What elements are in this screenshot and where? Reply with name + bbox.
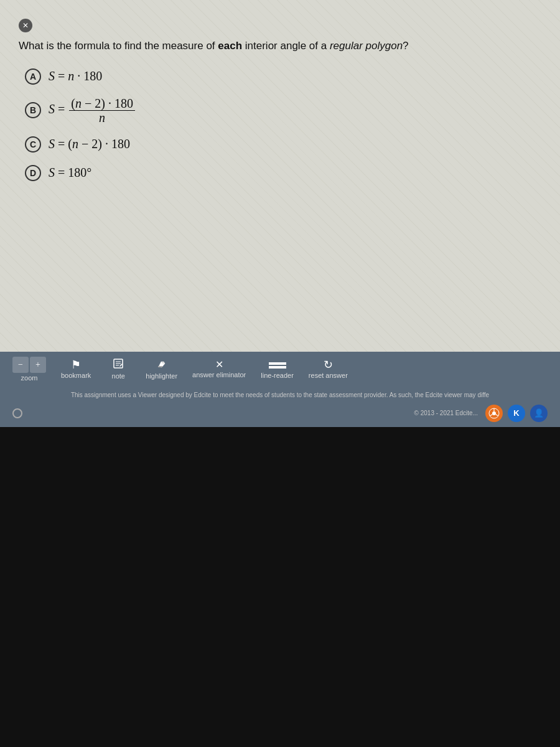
bookmark-icon: ⚑ — [71, 359, 81, 370]
question-text-bold: each — [218, 40, 242, 52]
svg-line-8 — [490, 414, 493, 416]
answer-options: A S = n · 180 B S = (n − 2) · 180 n — [19, 68, 541, 181]
svg-rect-3 — [269, 362, 286, 365]
option-a-text: S = n · 180 — [49, 69, 102, 83]
k-badge-button[interactable]: K — [508, 405, 525, 422]
option-b-numerator: (n − 2) · 180 — [69, 97, 135, 111]
svg-rect-4 — [269, 366, 286, 369]
toolbar-row: − + zoom ⚑ bookmark — [12, 357, 548, 382]
question-content: ✕ What is the formula to find the measur… — [19, 19, 541, 181]
footer-info-text: This assignment uses a Viewer designed b… — [12, 389, 548, 401]
highlighter-icon — [156, 358, 167, 371]
line-reader-icon — [269, 359, 286, 370]
answer-eliminator-label: answer eliminator — [192, 371, 246, 378]
answer-eliminator-icon: ✕ — [215, 360, 223, 370]
profile-icon: 👤 — [534, 408, 544, 418]
option-c-circle: C — [25, 136, 41, 153]
note-tool[interactable]: note — [106, 358, 131, 380]
zoom-in-icon: + — [35, 360, 40, 370]
option-b[interactable]: B S = (n − 2) · 180 n — [25, 97, 541, 124]
option-a[interactable]: A S = n · 180 — [25, 68, 541, 85]
question-text-part2: interior angle of a — [242, 40, 330, 52]
footer-bar: © 2013 - 2021 Edcite... K — [0, 402, 560, 427]
note-icon — [113, 358, 124, 371]
line-reader-tool[interactable]: line-reader — [261, 359, 294, 379]
toolbar: − + zoom ⚑ bookmark — [0, 352, 560, 387]
option-c-text: S = (n − 2) · 180 — [49, 137, 130, 151]
bottom-black-area — [0, 427, 560, 748]
reset-answer-label: reset answer — [309, 372, 348, 379]
k-badge-label: K — [513, 408, 519, 418]
question-text-part1: What is the formula to find the measure … — [19, 40, 218, 52]
line-reader-label: line-reader — [261, 372, 294, 379]
option-b-circle: B — [25, 102, 41, 118]
reset-icon: ↻ — [324, 359, 333, 370]
zoom-out-button[interactable]: − — [12, 357, 29, 373]
zoom-label: zoom — [21, 374, 38, 382]
svg-point-6 — [492, 411, 496, 415]
reset-answer-tool[interactable]: ↻ reset answer — [309, 359, 348, 379]
option-c[interactable]: C S = (n − 2) · 180 — [25, 136, 541, 153]
highlighter-tool[interactable]: highlighter — [146, 358, 177, 380]
option-b-denominator: n — [97, 111, 107, 124]
svg-rect-2 — [158, 366, 162, 367]
option-b-text: S = (n − 2) · 180 n — [49, 97, 136, 124]
zoom-group: − + — [12, 357, 46, 373]
zoom-tool: − + zoom — [12, 357, 46, 382]
highlighter-label: highlighter — [146, 372, 177, 380]
copyright-text: © 2013 - 2021 Edcite... — [414, 410, 478, 416]
profile-button[interactable]: 👤 — [530, 405, 548, 422]
zoom-out-icon: − — [18, 360, 23, 370]
screen: ✕ What is the formula to find the measur… — [0, 0, 560, 747]
note-label: note — [112, 372, 125, 380]
option-d-text: S = 180° — [49, 166, 91, 180]
svg-line-9 — [496, 414, 498, 416]
bookmark-tool[interactable]: ⚑ bookmark — [61, 359, 91, 379]
close-button[interactable]: ✕ — [19, 19, 32, 32]
option-d-circle: D — [25, 165, 41, 181]
question-text-part3: ? — [403, 40, 408, 52]
question-text: What is the formula to find the measure … — [19, 39, 541, 54]
footer-icons: K 👤 — [485, 405, 548, 422]
circle-indicator — [12, 408, 22, 418]
bookmark-label: bookmark — [61, 372, 91, 379]
close-icon: ✕ — [22, 21, 29, 31]
question-text-italic: regular polygon — [330, 40, 403, 52]
option-d[interactable]: D S = 180° — [25, 165, 541, 181]
content-area: ✕ What is the formula to find the measur… — [0, 0, 560, 352]
option-a-circle: A — [25, 68, 41, 85]
zoom-in-button[interactable]: + — [30, 357, 46, 373]
chrome-icon-button[interactable] — [485, 405, 503, 422]
option-b-fraction: (n − 2) · 180 n — [69, 97, 135, 124]
answer-eliminator-tool[interactable]: ✕ answer eliminator — [192, 360, 246, 378]
